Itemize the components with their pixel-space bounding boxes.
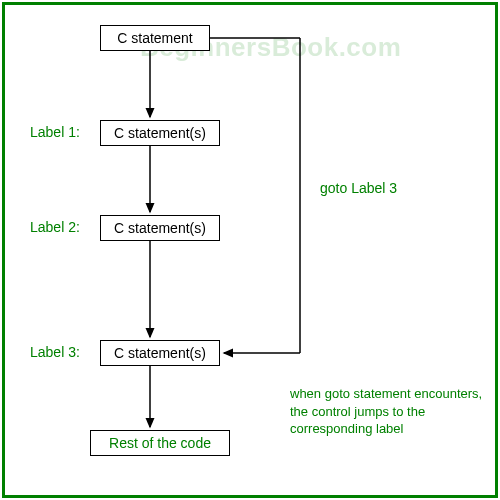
explanation-note: when goto statement encounters, the cont… [290, 385, 490, 438]
node-text: C statement [117, 30, 192, 46]
label-1: Label 1: [30, 124, 80, 140]
node-text: C statement(s) [114, 220, 206, 236]
node-rest-of-code: Rest of the code [90, 430, 230, 456]
node-label3-statements: C statement(s) [100, 340, 220, 366]
node-text: C statement(s) [114, 345, 206, 361]
label-2: Label 2: [30, 219, 80, 235]
node-c-statement: C statement [100, 25, 210, 51]
node-label1-statements: C statement(s) [100, 120, 220, 146]
node-label2-statements: C statement(s) [100, 215, 220, 241]
label-3: Label 3: [30, 344, 80, 360]
node-text: Rest of the code [109, 435, 211, 451]
goto-label-text: goto Label 3 [320, 180, 397, 196]
node-text: C statement(s) [114, 125, 206, 141]
